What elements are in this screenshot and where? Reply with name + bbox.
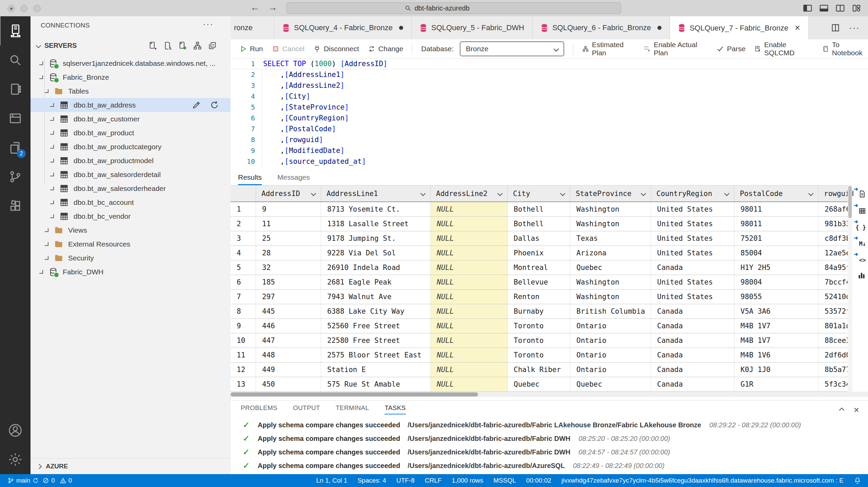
code-line[interactable]: 9 ,[ModifiedDate] bbox=[231, 145, 868, 156]
tree-chevron-icon[interactable] bbox=[50, 214, 54, 218]
grid-cell-null[interactable]: NULL bbox=[431, 202, 508, 216]
status-item[interactable]: 1,000 rows bbox=[452, 477, 483, 484]
grid-cell[interactable]: 268af62 bbox=[818, 202, 848, 216]
grid-cell[interactable]: 53572f2 bbox=[818, 304, 848, 318]
grid-cell-null[interactable]: NULL bbox=[431, 260, 508, 275]
column-header[interactable]: CountryRegion bbox=[651, 186, 734, 201]
tree-chevron-icon[interactable] bbox=[45, 256, 48, 260]
grid-cell[interactable]: 9 bbox=[256, 202, 321, 216]
grid-cell[interactable]: M4B 1V6 bbox=[734, 348, 818, 362]
row-number[interactable]: 9 bbox=[231, 319, 256, 333]
grid-cell[interactable]: Chalk Riber bbox=[508, 363, 570, 377]
tree-item[interactable]: dbo.bt_bc_account bbox=[31, 195, 231, 209]
status-item[interactable]: UTF-8 bbox=[396, 477, 415, 484]
grid-cell[interactable]: 448 bbox=[256, 348, 321, 362]
table-row[interactable]: 2 11 1318 Lasalle Street NULL Bothell Wa… bbox=[231, 217, 852, 231]
column-header[interactable]: AddressLine2 bbox=[431, 186, 508, 201]
chevron-down-icon[interactable] bbox=[36, 43, 41, 48]
grid-cell[interactable]: H1Y 2H5 bbox=[734, 260, 818, 275]
table-row[interactable]: 13 450 575 Rue St Amable NULL Quebec Que… bbox=[231, 377, 852, 392]
grid-cell[interactable]: British Columbia bbox=[570, 304, 651, 318]
split-editor-icon[interactable] bbox=[831, 23, 840, 33]
tree-chevron-icon[interactable] bbox=[39, 75, 43, 79]
activity-explorer-icon[interactable]: 2 bbox=[0, 133, 31, 162]
tree-item[interactable]: Security bbox=[31, 251, 231, 265]
code-line[interactable]: 10 ,[source_updated_at] bbox=[231, 156, 868, 167]
grid-cell[interactable]: 52410da bbox=[818, 290, 848, 304]
grid-cell[interactable]: 450 bbox=[256, 377, 321, 391]
code-line[interactable]: 2 ,[AddressLine1] bbox=[231, 69, 868, 80]
tree-chevron-icon[interactable] bbox=[50, 131, 54, 135]
sidebar-more-actions-icon[interactable]: ··· bbox=[203, 19, 214, 30]
grid-cell[interactable]: Montreal bbox=[508, 260, 570, 275]
grid-cell-null[interactable]: NULL bbox=[431, 246, 508, 260]
grid-cell-null[interactable]: NULL bbox=[431, 304, 508, 318]
grid-cell[interactable]: 9178 Jumping St. bbox=[321, 231, 431, 246]
column-header[interactable]: PostalCode bbox=[734, 186, 818, 201]
tree-item[interactable]: External Resources bbox=[31, 237, 231, 251]
forward-icon[interactable]: → bbox=[268, 2, 277, 13]
grid-cell[interactable]: Toronto bbox=[508, 333, 570, 348]
change-connection-button[interactable]: Change bbox=[368, 45, 403, 53]
column-menu-icon[interactable] bbox=[724, 191, 730, 196]
tree-chevron-icon[interactable] bbox=[39, 61, 43, 65]
status-item[interactable]: MSSQL bbox=[493, 477, 516, 484]
activity-notebooks-icon[interactable] bbox=[0, 75, 31, 104]
tree-chevron-icon[interactable] bbox=[39, 270, 43, 274]
panel-tab[interactable]: OUTPUT bbox=[293, 404, 320, 414]
close-icon[interactable]: × bbox=[795, 23, 800, 33]
tree-item[interactable]: Fabric_Bronze bbox=[31, 70, 231, 84]
grid-cell[interactable]: Canada bbox=[651, 348, 734, 362]
grid-cell[interactable]: 2681 Eagle Peak bbox=[321, 275, 431, 289]
tab-results[interactable]: Results bbox=[238, 173, 262, 185]
table-row[interactable]: 12 449 Station E NULL Chalk Riber Ontari… bbox=[231, 363, 852, 377]
table-row[interactable]: 4 28 9228 Via Del Sol NULL Phoenix Arizo… bbox=[231, 246, 852, 260]
tree-chevron-icon[interactable] bbox=[50, 145, 54, 149]
row-number[interactable]: 2 bbox=[231, 217, 256, 231]
grid-cell[interactable]: 801a1d1 bbox=[818, 319, 848, 333]
column-header[interactable]: City bbox=[508, 186, 570, 201]
grid-cell[interactable]: Canada bbox=[651, 333, 734, 348]
code-line[interactable]: 3 ,[AddressLine2] bbox=[231, 80, 868, 91]
parse-button[interactable]: Parse bbox=[716, 45, 746, 53]
disconnect-button[interactable]: Disconnect bbox=[313, 45, 359, 53]
grid-cell-null[interactable]: NULL bbox=[431, 363, 508, 377]
table-row[interactable]: 10 447 22580 Free Street NULL Toronto On… bbox=[231, 333, 852, 348]
grid-cell[interactable]: 5f3c345 bbox=[818, 377, 848, 391]
tree-chevron-icon[interactable] bbox=[50, 103, 54, 107]
grid-cell[interactable]: 98004 bbox=[734, 275, 818, 289]
grid-cell[interactable]: Canada bbox=[651, 377, 734, 391]
row-number[interactable]: 11 bbox=[231, 348, 256, 362]
table-row[interactable]: 5 32 26910 Indela Road NULL Montreal Que… bbox=[231, 260, 852, 275]
chevron-right-icon[interactable] bbox=[37, 464, 42, 469]
grid-cell[interactable]: 1318 Lasalle Street bbox=[321, 217, 431, 231]
editor-tab[interactable]: SQLQuery_4 - Fabric_Bronze × bbox=[274, 16, 412, 39]
grid-cell[interactable]: 446 bbox=[256, 319, 321, 333]
grid-cell[interactable]: Canada bbox=[651, 363, 734, 377]
back-icon[interactable]: ← bbox=[250, 2, 260, 13]
column-header[interactable]: StateProvince bbox=[570, 186, 651, 201]
grid-cell[interactable]: Arizona bbox=[570, 246, 651, 260]
activity-extensions-icon[interactable] bbox=[0, 191, 31, 220]
task-row[interactable]: ✓ Apply schema compare changes succeeded… bbox=[243, 445, 868, 459]
row-number[interactable]: 6 bbox=[231, 275, 256, 289]
grid-cell[interactable]: Quebec bbox=[570, 260, 651, 275]
panel-tab[interactable]: TASKS bbox=[384, 404, 406, 414]
grid-cell[interactable]: 11 bbox=[256, 217, 321, 231]
tree-chevron-icon[interactable] bbox=[50, 173, 54, 176]
row-number[interactable]: 7 bbox=[231, 290, 256, 304]
grid-cell[interactable]: Washington bbox=[570, 275, 651, 289]
column-menu-icon[interactable] bbox=[420, 191, 426, 196]
tree-item[interactable]: Views bbox=[31, 223, 231, 237]
activity-connections-icon[interactable] bbox=[0, 16, 31, 45]
editor-tab-partial[interactable]: ronze bbox=[231, 16, 274, 39]
grid-cell[interactable]: Canada bbox=[651, 260, 734, 275]
grid-cell[interactable]: Burnaby bbox=[508, 304, 570, 318]
maximize-panel-icon[interactable] bbox=[839, 407, 844, 413]
scrollbar-thumb[interactable] bbox=[231, 392, 478, 396]
status-item[interactable]: jivxwhdg47zebafvxe7yc7yclm-4b5i5w6fcegu3… bbox=[561, 477, 844, 484]
object-explorer-icon[interactable] bbox=[193, 41, 202, 50]
tree-item[interactable]: Fabric_DWH bbox=[31, 265, 231, 279]
row-number[interactable]: 4 bbox=[231, 246, 256, 260]
tree-chevron-icon[interactable] bbox=[45, 228, 48, 232]
